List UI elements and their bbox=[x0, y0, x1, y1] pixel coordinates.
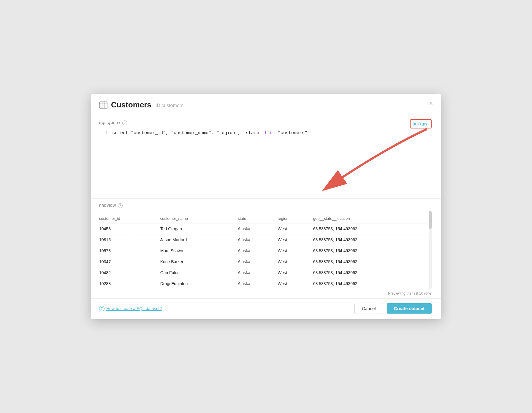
dialog-footer: ? How to create a SQL dataset? Cancel Cr… bbox=[91, 298, 441, 319]
cell-customer_name: Korie Barker bbox=[160, 256, 238, 267]
table-header-row: customer_id customer_name state region g… bbox=[99, 214, 432, 223]
table-row: 10288Drugi EdgintonAlaskaWest63.588753;-… bbox=[99, 278, 432, 289]
run-button[interactable]: Run bbox=[410, 119, 432, 128]
cell-geo__state__location: 63.588753;-154.493062 bbox=[313, 256, 432, 267]
cell-state: Alaska bbox=[238, 234, 278, 245]
col-customer-id: customer_id bbox=[99, 214, 160, 223]
dialog-header: Customers ID:customers × bbox=[91, 94, 441, 115]
preview-section: PREVIEW ? customer_id customer_name stat… bbox=[91, 198, 441, 298]
cell-customer_id: 10815 bbox=[99, 234, 160, 245]
svg-rect-0 bbox=[99, 102, 107, 108]
cell-customer_id: 10458 bbox=[99, 223, 160, 234]
preview-help-icon[interactable]: ? bbox=[118, 203, 123, 208]
sql-section-label: SQL QUERY ? bbox=[99, 120, 432, 125]
customers-dialog: Customers ID:customers × SQL QUERY ? Run… bbox=[91, 94, 441, 319]
sql-line-1: 1 select "customer_id", "customer_name",… bbox=[99, 129, 432, 137]
sql-query-section: SQL QUERY ? Run 1 select "customer_id", … bbox=[91, 115, 441, 198]
cell-customer_name: Drugi Edginton bbox=[160, 278, 238, 289]
cell-state: Alaska bbox=[238, 278, 278, 289]
table-icon bbox=[99, 101, 107, 109]
cell-customer_id: 10288 bbox=[99, 278, 160, 289]
cell-customer_id: 10482 bbox=[99, 267, 160, 278]
table-row: 10458Ted GroganAlaskaWest63.588753;-154.… bbox=[99, 223, 432, 234]
preview-note: Previewing the first 10 rows bbox=[99, 289, 432, 298]
cell-state: Alaska bbox=[238, 256, 278, 267]
cell-geo__state__location: 63.588753;-154.493062 bbox=[313, 278, 432, 289]
cell-region: West bbox=[278, 278, 313, 289]
cell-region: West bbox=[278, 234, 313, 245]
sql-code: select "customer_id", "customer_name", "… bbox=[112, 129, 307, 137]
cancel-button[interactable]: Cancel bbox=[354, 303, 383, 314]
table-row: 10815Jason MurfordAlaskaWest63.588753;-1… bbox=[99, 234, 432, 245]
col-state: state bbox=[238, 214, 278, 223]
preview-section-label: PREVIEW ? bbox=[99, 203, 432, 208]
close-button[interactable]: × bbox=[429, 100, 433, 107]
dataset-id: ID:customers bbox=[156, 103, 183, 108]
table-row: 10578Marc ScawnAlaskaWest63.588753;-154.… bbox=[99, 245, 432, 256]
cell-customer_id: 10347 bbox=[99, 256, 160, 267]
cell-customer_name: Gan Fulun bbox=[160, 267, 238, 278]
cell-state: Alaska bbox=[238, 245, 278, 256]
create-dataset-button[interactable]: Create dataset bbox=[387, 303, 432, 314]
cell-customer_name: Ted Grogan bbox=[160, 223, 238, 234]
col-geo-location: geo__state__location bbox=[313, 214, 432, 223]
cell-customer_name: Marc Scawn bbox=[160, 245, 238, 256]
footer-help-icon: ? bbox=[99, 306, 104, 311]
cell-geo__state__location: 63.588753;-154.493062 bbox=[313, 234, 432, 245]
cell-customer_name: Jason Murford bbox=[160, 234, 238, 245]
cell-geo__state__location: 63.588753;-154.493062 bbox=[313, 267, 432, 278]
line-number: 1 bbox=[99, 129, 107, 137]
sql-help-icon[interactable]: ? bbox=[122, 120, 127, 125]
cell-region: West bbox=[278, 256, 313, 267]
col-customer-name: customer_name bbox=[160, 214, 238, 223]
cell-geo__state__location: 63.588753;-154.493062 bbox=[313, 245, 432, 256]
scrollbar-track[interactable] bbox=[429, 211, 432, 289]
cell-region: West bbox=[278, 267, 313, 278]
cell-region: West bbox=[278, 223, 313, 234]
cell-geo__state__location: 63.588753;-154.493062 bbox=[313, 223, 432, 234]
cell-state: Alaska bbox=[238, 267, 278, 278]
cell-customer_id: 10578 bbox=[99, 245, 160, 256]
table-row: 10347Korie BarkerAlaskaWest63.588753;-15… bbox=[99, 256, 432, 267]
preview-table-wrapper: customer_id customer_name state region g… bbox=[99, 211, 432, 289]
col-region: region bbox=[278, 214, 313, 223]
help-link[interactable]: ? How to create a SQL dataset? bbox=[99, 306, 162, 311]
table-row: 10482Gan FulunAlaskaWest63.588753;-154.4… bbox=[99, 267, 432, 278]
scrollbar-thumb[interactable] bbox=[429, 211, 432, 229]
cell-state: Alaska bbox=[238, 223, 278, 234]
sql-editor[interactable]: 1 select "customer_id", "customer_name",… bbox=[99, 128, 432, 144]
play-icon bbox=[414, 122, 417, 126]
footer-actions: Cancel Create dataset bbox=[354, 303, 432, 314]
cell-region: West bbox=[278, 245, 313, 256]
page-title: Customers bbox=[111, 100, 151, 109]
preview-table: customer_id customer_name state region g… bbox=[99, 214, 432, 289]
